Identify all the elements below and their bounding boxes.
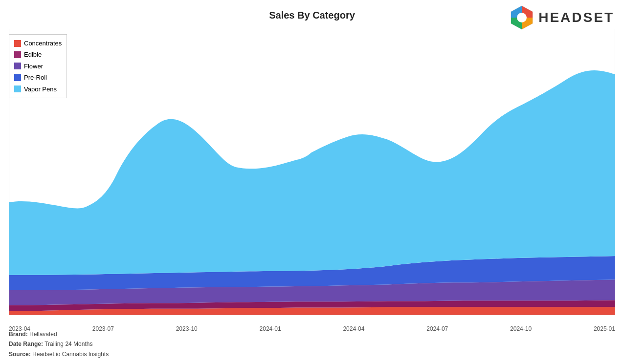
x-label-3: 2024-01 (260, 325, 281, 332)
logo-area: HEADSET (509, 5, 614, 30)
logo-text: HEADSET (538, 10, 614, 25)
x-label-4: 2024-04 (343, 325, 364, 332)
footer-source-value: Headset.io Cannabis Insights (32, 351, 109, 358)
x-label-2: 2023-10 (176, 325, 198, 332)
footer-daterange: Date Range: Trailing 24 Months (9, 339, 109, 349)
headset-logo-icon (509, 5, 535, 30)
footer-source: Source: Headset.io Cannabis Insights (9, 349, 109, 359)
vaporpens-area (9, 70, 615, 275)
chart-title: Sales By Category (269, 10, 355, 21)
x-label-6: 2024-10 (510, 325, 532, 332)
svg-point-1 (517, 13, 527, 22)
footer-info: Brand: Hellavated Date Range: Trailing 2… (9, 329, 109, 359)
footer-daterange-label: Date Range: (9, 341, 43, 347)
chart-svg (9, 29, 615, 315)
page: HEADSET Sales By Category Concentrates E… (0, 0, 624, 364)
footer-daterange-value: Trailing 24 Months (45, 341, 92, 347)
x-label-5: 2024-07 (426, 325, 448, 332)
chart-area (9, 29, 615, 315)
footer-source-label: Source: (9, 351, 31, 358)
footer-brand: Brand: Hellavated (9, 329, 109, 339)
footer-brand-value: Hellavated (29, 331, 57, 338)
x-label-7: 2025-01 (594, 325, 615, 332)
footer-brand-label: Brand: (9, 331, 28, 338)
